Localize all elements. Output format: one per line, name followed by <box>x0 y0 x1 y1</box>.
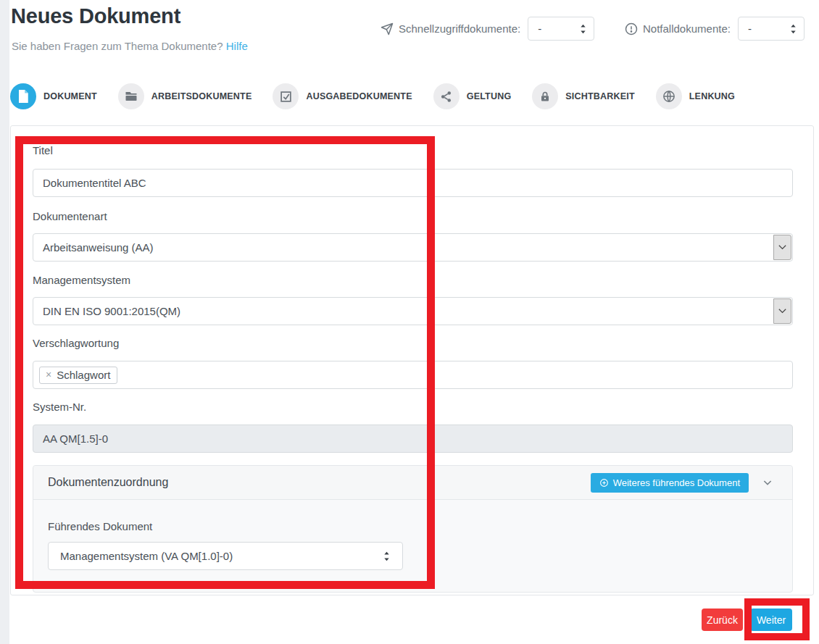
globe-icon <box>656 83 682 109</box>
managementsystem-select[interactable]: DIN EN ISO 9001:2015(QM) <box>33 297 793 325</box>
subtitle-text: Sie haben Fragen zum Thema Dokumente? <box>12 40 223 52</box>
page-title: Neues Dokument <box>11 4 180 28</box>
fuehrendes-dokument-select[interactable]: Managementsystem (VA QM[1.0]-0) <box>48 542 403 570</box>
emergency-label: Notfalldokumente: <box>643 22 731 35</box>
plus-circle-icon <box>599 478 609 488</box>
document-form-card: Titel Dokumentenart Arbeitsanweisung (AA… <box>10 125 814 595</box>
emergency-select[interactable]: - <box>738 17 805 41</box>
back-button[interactable]: Zurück <box>702 609 743 631</box>
wizard-tab-bar: DOKUMENT ARBEITSDOKUMENTE AUSGABEDOKUMEN… <box>10 83 735 109</box>
system-nr-label: System-Nr. <box>33 401 86 413</box>
quick-access-value: - <box>538 22 541 35</box>
emergency-group: Notfalldokumente: - <box>625 17 805 41</box>
dokumentenzuordnung-title: Dokumentenzuordnung <box>48 476 168 489</box>
updown-arrows-icon <box>579 24 587 34</box>
dokumentenart-value: Arbeitsanweisung (AA) <box>43 241 154 254</box>
dokumentenart-select[interactable]: Arbeitsanweisung (AA) <box>33 233 793 262</box>
verschlagwortung-tag-input[interactable]: × Schlagwort <box>33 361 793 389</box>
system-nr-input <box>33 425 793 453</box>
lock-icon <box>532 83 558 109</box>
folder-icon <box>118 83 144 109</box>
tab-dokument[interactable]: DOKUMENT <box>10 83 97 109</box>
tab-ausgabedokumente[interactable]: AUSGABEDOKUMENTE <box>273 83 412 109</box>
updown-arrows-icon <box>383 551 391 561</box>
tag-chip: × Schlagwort <box>39 367 117 384</box>
tab-geltung[interactable]: GELTUNG <box>433 83 512 109</box>
tab-lenkung[interactable]: LENKUNG <box>656 83 735 109</box>
chevron-down-icon <box>773 298 791 324</box>
managementsystem-value: DIN EN ISO 9001:2015(QM) <box>43 305 180 317</box>
dokumentenzuordnung-header: Dokumentenzuordnung Weiteres führendes D… <box>33 466 792 500</box>
emergency-value: - <box>748 22 752 35</box>
quick-access-group: Schnellzugriffdokumente: - <box>381 17 594 41</box>
paper-plane-icon <box>381 22 394 35</box>
document-icon <box>10 83 36 109</box>
tab-sichtbarkeit[interactable]: SICHTBARKEIT <box>532 83 634 109</box>
titel-input[interactable] <box>33 169 793 197</box>
dokumentenzuordnung-section: Dokumentenzuordnung Weiteres führendes D… <box>33 465 793 593</box>
dokumentenart-label: Dokumentenart <box>33 210 107 222</box>
updown-arrows-icon <box>789 24 797 34</box>
chevron-down-icon <box>773 235 791 260</box>
fuehrendes-dokument-value: Managementsystem (VA QM[1.0]-0) <box>60 550 233 562</box>
managementsystem-label: Managementsystem <box>33 274 130 286</box>
add-leading-document-button[interactable]: Weiteres führendes Dokument <box>591 473 749 493</box>
share-icon <box>433 83 460 109</box>
left-margin-strip <box>0 0 9 644</box>
checkbox-icon <box>273 83 299 109</box>
page: Neues Dokument Sie haben Fragen zum Them… <box>0 0 819 644</box>
tag-chip-label: Schlagwort <box>57 369 110 381</box>
fuehrendes-dokument-label: Führendes Dokument <box>48 520 152 532</box>
titel-label: Titel <box>33 144 53 156</box>
quick-access-label: Schnellzugriffdokumente: <box>399 22 520 35</box>
collapse-chevron-icon[interactable] <box>762 477 773 488</box>
next-button[interactable]: Weiter <box>750 609 792 631</box>
subtitle: Sie haben Fragen zum Thema Dokumente? Hi… <box>12 40 248 52</box>
help-link[interactable]: Hilfe <box>226 40 248 52</box>
verschlagwortung-label: Verschlagwortung <box>33 337 119 349</box>
dokumentenzuordnung-body: Führendes Dokument Managementsystem (VA … <box>33 500 792 593</box>
alert-circle-icon <box>625 22 638 35</box>
tab-arbeitsdokumente[interactable]: ARBEITSDOKUMENTE <box>118 83 252 109</box>
quick-access-select[interactable]: - <box>528 17 594 41</box>
remove-tag-icon[interactable]: × <box>46 369 51 380</box>
